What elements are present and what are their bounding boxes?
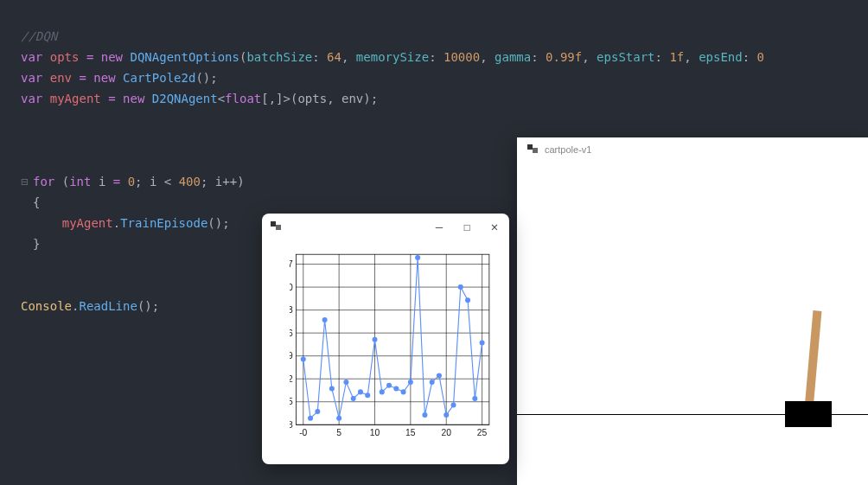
svg-text:29: 29 xyxy=(290,351,293,361)
minimize-button[interactable]: — xyxy=(433,220,445,233)
maximize-button[interactable]: ☐ xyxy=(461,220,473,233)
svg-point-33 xyxy=(329,386,335,392)
svg-point-37 xyxy=(358,389,363,394)
svg-point-46 xyxy=(422,412,427,418)
svg-text:15: 15 xyxy=(290,398,293,407)
svg-point-54 xyxy=(480,341,485,346)
cartpole-title: cartpole-v1 xyxy=(545,144,591,155)
svg-text:50: 50 xyxy=(290,283,293,292)
app-icon xyxy=(271,221,281,232)
svg-text:43: 43 xyxy=(290,305,293,315)
svg-point-51 xyxy=(458,284,463,290)
svg-text:22: 22 xyxy=(290,374,293,384)
svg-text:10: 10 xyxy=(370,428,380,437)
code-line[interactable]: var opts = new DQNAgentOptions(batchSize… xyxy=(21,47,868,67)
chart-svg: 815222936435057 -0510152025 xyxy=(290,243,501,456)
svg-text:8: 8 xyxy=(290,420,293,430)
svg-point-52 xyxy=(465,297,470,303)
comment: //DQN xyxy=(21,29,57,43)
chart-titlebar[interactable]: — ☐ ✕ xyxy=(262,214,509,239)
svg-point-50 xyxy=(450,403,456,408)
svg-point-42 xyxy=(393,386,399,392)
svg-text:36: 36 xyxy=(290,329,293,338)
svg-point-34 xyxy=(336,416,341,421)
code-line[interactable]: var env = new CartPole2d(); xyxy=(21,67,868,88)
cartpole-titlebar[interactable]: cartpole-v1 xyxy=(517,137,868,162)
code-line[interactable]: //DQN xyxy=(21,26,868,47)
svg-point-47 xyxy=(430,380,435,385)
svg-point-41 xyxy=(386,383,392,388)
svg-text:5: 5 xyxy=(336,428,341,437)
svg-point-53 xyxy=(472,396,477,401)
fold-icon[interactable]: ⊟ xyxy=(21,171,33,192)
svg-text:15: 15 xyxy=(405,428,416,437)
svg-point-38 xyxy=(365,392,370,398)
cartpole-pole xyxy=(804,310,821,414)
code-line[interactable]: var myAgent = new D2QNAgent<float[,]>(op… xyxy=(21,88,868,109)
svg-point-45 xyxy=(415,255,420,260)
cartpole-cart xyxy=(785,401,832,427)
svg-text:20: 20 xyxy=(441,428,451,437)
svg-point-29 xyxy=(301,356,306,361)
svg-rect-0 xyxy=(297,254,489,424)
svg-text:57: 57 xyxy=(290,259,293,269)
svg-point-44 xyxy=(408,380,413,385)
svg-point-48 xyxy=(437,373,442,378)
svg-point-31 xyxy=(315,409,320,414)
chart-plot: 815222936435057 -0510152025 xyxy=(262,239,509,464)
svg-point-40 xyxy=(380,389,385,394)
svg-point-43 xyxy=(401,389,406,394)
app-icon xyxy=(527,144,538,155)
close-button[interactable]: ✕ xyxy=(488,220,501,233)
svg-point-35 xyxy=(343,380,348,385)
svg-text:25: 25 xyxy=(477,428,488,437)
cartpole-window[interactable]: cartpole-v1 xyxy=(517,137,868,485)
svg-point-36 xyxy=(351,396,356,401)
chart-window[interactable]: — ☐ ✕ 815222936435057 -0510152025 xyxy=(262,214,509,464)
svg-point-32 xyxy=(322,317,328,322)
svg-text:-0: -0 xyxy=(299,428,307,437)
cartpole-render xyxy=(517,162,868,485)
svg-point-49 xyxy=(444,412,449,418)
svg-point-30 xyxy=(308,416,313,421)
svg-point-39 xyxy=(373,337,378,342)
